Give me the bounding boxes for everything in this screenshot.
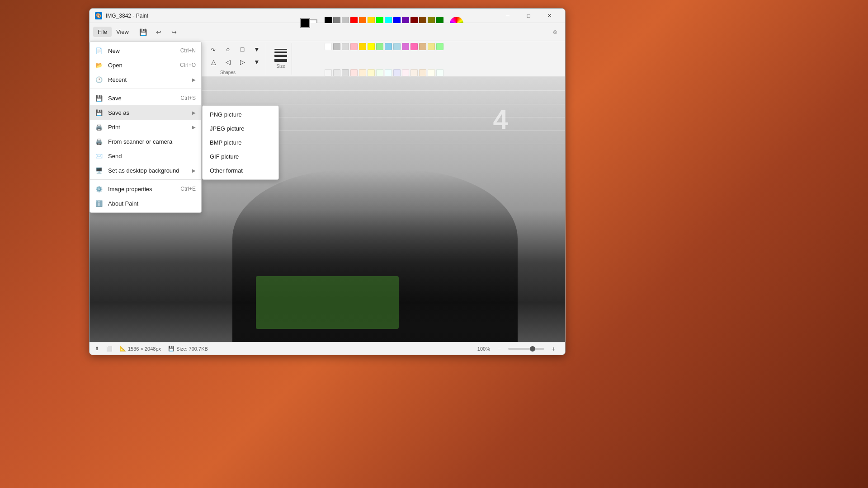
menu-new-label: New <box>108 47 175 54</box>
menu-item-open[interactable]: 📂 Open Ctrl+O <box>90 58 201 72</box>
maximize-button[interactable]: □ <box>518 9 539 23</box>
about-icon: ℹ️ <box>95 200 103 207</box>
colors-section: Colors <box>296 43 468 75</box>
zoom-out-button[interactable]: − <box>493 343 505 355</box>
menu-separator-1 <box>90 89 201 89</box>
color-swatch[interactable] <box>385 69 392 76</box>
paint-window: 🎨 IMG_3842 - Paint ─ □ ✕ File View 💾 ↩ ↪… <box>89 8 566 355</box>
desktop-bg-icon: 🖥️ <box>95 167 103 174</box>
color-swatch[interactable] <box>436 43 443 50</box>
menu-new-shortcut: Ctrl+N <box>180 47 196 54</box>
view-menu-button[interactable]: View <box>112 27 133 37</box>
color-swatch[interactable] <box>428 43 435 50</box>
menu-item-image-props[interactable]: ⚙️ Image properties Ctrl+E <box>90 182 201 196</box>
color-swatch[interactable] <box>410 69 418 76</box>
color-swatch[interactable] <box>350 69 358 76</box>
save-quick-button[interactable]: 💾 <box>137 26 150 38</box>
color-swatch[interactable] <box>402 43 409 50</box>
color-swatch[interactable] <box>325 69 332 76</box>
triangle2-tool[interactable]: ◁ <box>222 56 234 68</box>
close-button[interactable]: ✕ <box>539 9 560 23</box>
file-menu-dropdown: 📄 New Ctrl+N 📂 Open Ctrl+O 🕐 Recent ▶ 💾 … <box>90 41 202 213</box>
png-label: PNG picture <box>210 111 242 118</box>
undo-button[interactable]: ↩ <box>152 26 165 38</box>
recent-icon: 🕐 <box>95 76 103 83</box>
app-icon: 🎨 <box>95 12 102 19</box>
color-swatch[interactable] <box>385 43 392 50</box>
color-swatch[interactable] <box>359 69 366 76</box>
menu-save-label: Save <box>108 95 175 102</box>
menu-save-shortcut: Ctrl+S <box>180 95 196 101</box>
shapes-label: Shapes <box>220 70 236 75</box>
menu-item-save[interactable]: 💾 Save Ctrl+S <box>90 91 201 105</box>
curve-tool[interactable]: ∿ <box>207 43 220 56</box>
zoom-controls: 100% − + <box>477 343 560 355</box>
color-swatch[interactable] <box>325 43 332 50</box>
circle-tool[interactable]: ○ <box>222 43 234 56</box>
open-icon: 📂 <box>95 61 103 69</box>
color-swatch[interactable] <box>393 69 401 76</box>
menu-item-desktop-bg[interactable]: 🖥️ Set as desktop background ▶ <box>90 163 201 178</box>
menu-item-about[interactable]: ℹ️ About Paint <box>90 196 201 211</box>
print-arrow-icon: ▶ <box>192 125 196 130</box>
fill-dropdown[interactable]: ▼ <box>250 56 263 68</box>
shape-select-btn[interactable]: ▼ <box>250 43 263 56</box>
size-section: Size <box>270 43 292 75</box>
zoom-in-button[interactable]: + <box>547 343 560 355</box>
rect-tool[interactable]: □ <box>236 43 249 56</box>
submenu-item-other[interactable]: Other format <box>203 164 278 178</box>
scanner-icon: 🖨️ <box>95 138 103 145</box>
menu-open-shortcut: Ctrl+O <box>180 62 196 68</box>
color-swatch[interactable] <box>436 69 443 76</box>
color-swatch[interactable] <box>410 43 418 50</box>
color-swatch[interactable] <box>428 69 435 76</box>
color-swatch[interactable] <box>368 43 375 50</box>
color-swatch[interactable] <box>393 43 401 50</box>
cursor-icon: ⬆ <box>95 346 99 352</box>
color-swatch[interactable] <box>419 69 426 76</box>
menu-recent-label: Recent <box>108 76 187 83</box>
color-swatch[interactable] <box>376 69 383 76</box>
arrow-tool[interactable]: ▷ <box>236 56 249 68</box>
triangle-tool[interactable]: △ <box>207 56 220 68</box>
menu-item-recent[interactable]: 🕐 Recent ▶ <box>90 72 201 87</box>
menu-item-print[interactable]: 🖨️ Print ▶ <box>90 120 201 134</box>
menu-save-as-label: Save as <box>108 109 187 116</box>
redo-button[interactable]: ↪ <box>168 26 180 38</box>
zoom-slider[interactable] <box>508 348 544 350</box>
submenu-item-png[interactable]: PNG picture <box>203 108 278 122</box>
desktop-bg-arrow-icon: ▶ <box>192 168 196 173</box>
save-icon: 💾 <box>95 94 103 102</box>
foreground-color[interactable] <box>300 18 310 28</box>
filesize-text: Size: 700.7KB <box>176 346 208 352</box>
minimize-button[interactable]: ─ <box>497 9 518 23</box>
selection-info: ⬜ <box>106 346 113 352</box>
color-swatch[interactable] <box>368 69 375 76</box>
save-as-icon: 💾 <box>95 109 103 116</box>
share-button[interactable]: ⎋ <box>549 26 561 38</box>
recent-arrow-icon: ▶ <box>192 77 196 82</box>
menu-image-props-label: Image properties <box>108 186 175 192</box>
menu-item-save-as[interactable]: 💾 Save as ▶ PNG picture JPEG picture BMP… <box>90 105 201 120</box>
menu-item-scanner[interactable]: 🖨️ From scanner or camera <box>90 134 201 149</box>
jpeg-label: JPEG picture <box>210 125 245 132</box>
submenu-item-gif[interactable]: GIF picture <box>203 150 278 164</box>
file-menu-button[interactable]: File <box>93 27 112 37</box>
color-swatch[interactable] <box>376 43 383 50</box>
color-swatch[interactable] <box>333 69 340 76</box>
menu-item-new[interactable]: 📄 New Ctrl+N <box>90 43 201 58</box>
menu-item-send[interactable]: ✉️ Send <box>90 149 201 163</box>
color-swatch[interactable] <box>419 43 426 50</box>
bmp-label: BMP picture <box>210 139 242 146</box>
submenu-item-jpeg[interactable]: JPEG picture <box>203 122 278 136</box>
color-swatch[interactable] <box>342 69 349 76</box>
color-swatch[interactable] <box>402 69 409 76</box>
color-swatch[interactable] <box>350 43 358 50</box>
color-swatch[interactable] <box>359 43 366 50</box>
color-swatch[interactable] <box>333 43 340 50</box>
zoom-percentage: 100% <box>477 346 490 352</box>
submenu-item-bmp[interactable]: BMP picture <box>203 136 278 150</box>
status-bar: ⬆ ⬜ 📐 1536 × 2048px 💾 Size: 700.7KB 100%… <box>90 342 565 355</box>
color-swatch[interactable] <box>342 43 349 50</box>
zoom-thumb <box>530 346 535 352</box>
